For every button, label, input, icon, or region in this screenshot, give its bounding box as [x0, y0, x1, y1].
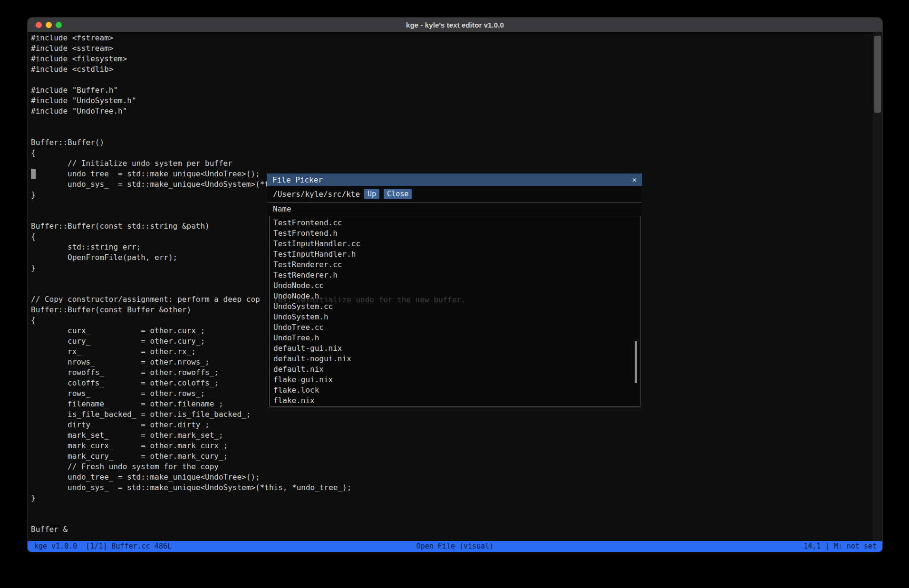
code-line[interactable]: // Fresh undo system for the copy: [31, 462, 882, 472]
file-list-item[interactable]: default-gui.nix: [273, 343, 640, 354]
traffic-lights: [36, 18, 62, 32]
code-line[interactable]: is_file_backed_ = other.is_file_backed_;: [31, 409, 882, 420]
code-line[interactable]: {: [31, 148, 882, 158]
code-line[interactable]: [31, 514, 882, 524]
code-line[interactable]: undo_sys_ = std::make_unique<UndoSystem>…: [31, 482, 882, 493]
code-line[interactable]: #include <cstdlib>: [31, 64, 882, 75]
file-list-item[interactable]: UndoTree.h: [273, 333, 640, 343]
file-list-item[interactable]: TestRenderer.h: [273, 270, 640, 280]
code-line[interactable]: #include "UndoSystem.h": [31, 96, 882, 106]
file-list-item[interactable]: UndoSystem.h: [273, 312, 640, 322]
minimize-window-button[interactable]: [46, 22, 52, 28]
cursor-block: [31, 169, 36, 179]
file-list-item[interactable]: flake.nix: [273, 395, 640, 406]
file-list-item[interactable]: UndoNode.cc: [273, 280, 640, 291]
code-line[interactable]: }: [31, 493, 882, 503]
dialog-separator: [267, 202, 642, 202]
file-list-item[interactable]: default-nogui.nix: [273, 354, 640, 364]
file-list-scrollbar-thumb[interactable]: [635, 341, 637, 383]
file-list-item[interactable]: UndoSystem.cc: [273, 301, 640, 312]
code-line[interactable]: [31, 75, 882, 85]
window-titlebar[interactable]: kge - kyle's text editor v1.0.0: [28, 18, 882, 32]
file-picker-dialog: File Picker ✕ /Users/kyle/src/kte Up Clo…: [267, 174, 642, 407]
code-line[interactable]: Buffer::Buffer(): [31, 137, 882, 148]
file-picker-titlebar[interactable]: File Picker ✕: [267, 174, 642, 186]
file-list-item[interactable]: flake-gui.nix: [273, 375, 640, 385]
close-icon[interactable]: ✕: [632, 175, 637, 184]
file-list-item[interactable]: UndoNode.h: [273, 291, 640, 301]
code-line[interactable]: #include <sstream>: [31, 43, 882, 54]
code-line[interactable]: // Initialize undo system per buffer: [31, 158, 882, 169]
window-title: kge - kyle's text editor v1.0.0: [406, 21, 504, 29]
file-list-item[interactable]: UndoTree.cc: [273, 322, 640, 333]
code-line[interactable]: mark_set_ = other.mark_set_;: [31, 430, 882, 441]
code-line[interactable]: #include "UndoTree.h": [31, 106, 882, 116]
code-line[interactable]: [31, 127, 882, 137]
file-list-item[interactable]: TestInputHandler.cc: [273, 239, 640, 249]
up-button[interactable]: Up: [364, 189, 379, 199]
editor-scrollbar-thumb[interactable]: [874, 36, 881, 113]
file-items: TestFrontend.ccTestFrontend.hTestInputHa…: [270, 216, 640, 406]
editor-window: kge - kyle's text editor v1.0.0 #include…: [28, 18, 882, 552]
code-line[interactable]: mark_curx_ = other.mark_curx_;: [31, 441, 882, 451]
code-line[interactable]: [31, 503, 882, 514]
status-bar: kge v1.0.0 [1/1] Buffer.cc 486L Open Fil…: [28, 541, 882, 552]
file-list-item[interactable]: TestInputHandler.h: [273, 249, 640, 260]
status-center: Open File (visual): [28, 541, 882, 552]
file-list-item[interactable]: TestFrontend.cc: [273, 218, 640, 228]
code-line[interactable]: undo_tree_ = std::make_unique<UndoTree>(…: [31, 472, 882, 482]
file-list-item[interactable]: default.nix: [273, 364, 640, 375]
file-picker-title: File Picker: [272, 175, 323, 184]
code-line[interactable]: dirty_ = other.dirty_;: [31, 420, 882, 430]
editor-scrollbar-track[interactable]: [873, 32, 882, 541]
file-list-item[interactable]: flake.lock: [273, 385, 640, 395]
code-line[interactable]: [31, 116, 882, 127]
close-window-button[interactable]: [36, 22, 42, 28]
current-path: /Users/kyle/src/kte: [273, 190, 360, 199]
code-line[interactable]: mark_cury_ = other.mark_cury_;: [31, 451, 882, 462]
code-line[interactable]: #include <fstream>: [31, 33, 882, 43]
name-column-header: Name: [273, 203, 291, 215]
file-picker-path-row: /Users/kyle/src/kte Up Close: [267, 186, 642, 202]
file-list-item[interactable]: TestFrontend.h: [273, 228, 640, 239]
zoom-window-button[interactable]: [56, 22, 62, 28]
code-line[interactable]: #include <filesystem>: [31, 54, 882, 64]
code-line[interactable]: #include "Buffer.h": [31, 85, 882, 96]
file-list: ids: reinitialize undo for the new buffe…: [270, 216, 640, 406]
status-right: 14,1 | M: not set: [803, 541, 877, 552]
code-line[interactable]: Buffer &: [31, 524, 882, 535]
file-list-item[interactable]: TestRenderer.cc: [273, 260, 640, 270]
close-button[interactable]: Close: [384, 189, 412, 199]
